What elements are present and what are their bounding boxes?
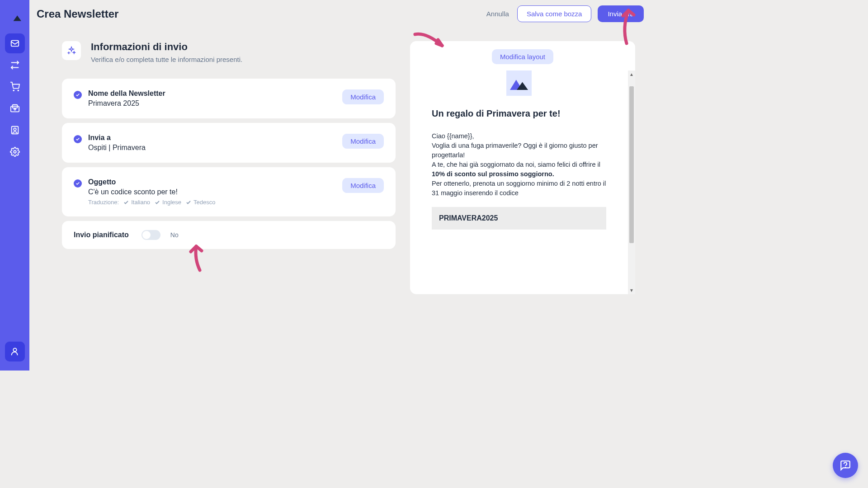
nav-settings[interactable] [5, 142, 25, 162]
nav-mail[interactable] [5, 33, 25, 53]
section-subtitle: Verifica e/o completa tutte le informazi… [91, 56, 242, 63]
lang-2: Tedesco [193, 199, 215, 206]
send-now-button[interactable]: Invia ora [598, 5, 644, 22]
recipients-value: Ospiti | Primavera [88, 144, 336, 152]
translations-label: Traduzione: [88, 199, 119, 206]
svg-point-3 [13, 90, 14, 91]
svg-point-11 [13, 348, 16, 352]
subject-value: C'è un codice sconto per te! [88, 188, 336, 196]
preview-scrollbar[interactable]: ▲ ▼ [628, 70, 635, 294]
svg-point-4 [18, 90, 19, 91]
section-title: Informazioni di invio [91, 41, 242, 53]
card-subject: Oggetto C'è un codice sconto per te! Tra… [62, 167, 396, 216]
lang-check-icon: Inglese [155, 199, 181, 206]
edit-subject-button[interactable]: Modifica [342, 178, 384, 193]
sidebar [0, 0, 29, 371]
translations-row: Traduzione: Italiano Inglese Tedesco [88, 199, 336, 206]
check-icon [74, 135, 82, 143]
lang-1: Inglese [162, 199, 181, 206]
subject-label: Oggetto [88, 178, 336, 186]
check-icon [74, 179, 82, 188]
name-label: Nome della Newsletter [88, 89, 336, 98]
schedule-toggle[interactable] [142, 230, 160, 240]
schedule-label: Invio pianificato [74, 231, 129, 239]
lang-check-icon: Tedesco [186, 199, 215, 206]
card-schedule: Invio pianificato No [62, 221, 396, 249]
check-icon [74, 91, 82, 99]
lang-0: Italiano [131, 199, 150, 206]
promo-code: PRIMAVERA2025 [432, 207, 606, 230]
sparkle-icon [62, 41, 81, 60]
name-value: Primavera 2025 [88, 99, 336, 108]
svg-rect-2 [11, 41, 19, 47]
nav-contacts[interactable] [5, 120, 25, 140]
topbar: Crea Newsletter Annulla Salva come bozza… [29, 0, 651, 28]
preview-panel: Modifica layout Un regalo di Primavera p… [410, 41, 635, 294]
edit-name-button[interactable]: Modifica [342, 89, 384, 104]
nav-user[interactable] [5, 342, 25, 361]
lang-check-icon: Italiano [123, 199, 150, 206]
page-title: Crea Newsletter [37, 8, 118, 20]
svg-point-10 [14, 150, 16, 153]
nav-payments[interactable] [5, 99, 25, 118]
save-draft-button[interactable]: Salva come bozza [517, 5, 592, 22]
nav-cart[interactable] [5, 77, 25, 97]
nav-automations[interactable] [5, 55, 25, 75]
svg-point-9 [14, 128, 16, 131]
preview-logo [506, 70, 532, 96]
schedule-state: No [170, 231, 179, 239]
edit-recipients-button[interactable]: Modifica [342, 134, 384, 149]
recipients-label: Invia a [88, 134, 336, 142]
svg-point-7 [14, 108, 16, 110]
card-name: Nome della Newsletter Primavera 2025 Mod… [62, 79, 396, 118]
cancel-button[interactable]: Annulla [485, 6, 511, 21]
card-recipients: Invia a Ospiti | Primavera Modifica [62, 123, 396, 163]
preview-headline: Un regalo di Primavera per te! [432, 108, 606, 119]
preview-body: Un regalo di Primavera per te! Ciao {{na… [410, 70, 628, 294]
preview-text: Ciao {{name}}, Voglia di una fuga primav… [432, 131, 606, 198]
logo [4, 5, 26, 27]
edit-layout-button[interactable]: Modifica layout [492, 49, 553, 64]
